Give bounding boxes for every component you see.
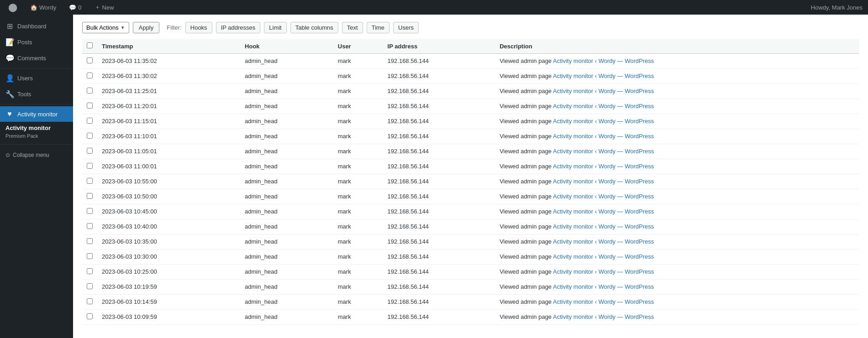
table-row: 2023-06-03 10:45:00 admin_head mark 192.… — [82, 204, 859, 219]
cell-timestamp: 2023-06-03 11:20:01 — [97, 99, 240, 114]
menu-separator-3 — [0, 144, 73, 145]
bulk-actions-dropdown[interactable]: Bulk Actions ▼ — [82, 22, 129, 33]
cell-ip: 192.168.56.144 — [383, 189, 495, 204]
row-checkbox[interactable] — [87, 208, 93, 214]
cell-ip: 192.168.56.144 — [383, 250, 495, 265]
sidebar-item-tools[interactable]: 🔧 Tools — [0, 86, 73, 102]
filter-label: Filter: — [167, 24, 182, 31]
description-link[interactable]: Activity monitor ‹ Wordy — WordPress — [553, 223, 654, 230]
description-link[interactable]: Activity monitor ‹ Wordy — WordPress — [553, 313, 654, 320]
cell-user: mark — [333, 69, 383, 84]
description-link[interactable]: Activity monitor ‹ Wordy — WordPress — [553, 283, 654, 290]
sidebar-item-dashboard[interactable]: ⊞ Dashboard — [0, 18, 73, 34]
cell-ip: 192.168.56.144 — [383, 99, 495, 114]
row-checkbox-cell — [82, 204, 97, 219]
row-checkbox-cell — [82, 295, 97, 310]
row-checkbox[interactable] — [87, 103, 93, 109]
cell-timestamp: 2023-06-03 10:19:59 — [97, 280, 240, 295]
cell-description: Viewed admin page Activity monitor ‹ Wor… — [495, 129, 859, 144]
filter-hooks[interactable]: Hooks — [185, 22, 212, 33]
row-checkbox[interactable] — [87, 283, 93, 289]
table-row: 2023-06-03 11:20:01 admin_head mark 192.… — [82, 99, 859, 114]
cell-ip: 192.168.56.144 — [383, 280, 495, 295]
cell-timestamp: 2023-06-03 11:25:01 — [97, 84, 240, 99]
cell-hook: admin_head — [240, 250, 333, 265]
site-name[interactable]: 🏠 Wordy — [27, 0, 59, 15]
row-checkbox[interactable] — [87, 223, 93, 229]
row-checkbox[interactable] — [87, 253, 93, 259]
filter-users[interactable]: Users — [393, 22, 419, 33]
row-checkbox[interactable] — [87, 313, 93, 319]
description-link[interactable]: Activity monitor ‹ Wordy — WordPress — [553, 103, 654, 109]
table-row: 2023-06-03 10:35:00 admin_head mark 192.… — [82, 234, 859, 250]
cell-user: mark — [333, 250, 383, 265]
cell-timestamp: 2023-06-03 11:15:01 — [97, 114, 240, 129]
filter-limit[interactable]: Limit — [264, 22, 286, 33]
cell-ip: 192.168.56.144 — [383, 159, 495, 174]
row-checkbox[interactable] — [87, 193, 93, 199]
cell-hook: admin_head — [240, 54, 333, 69]
tablenav-top: Bulk Actions ▼ Apply Filter: Hooks IP ad… — [82, 22, 859, 33]
description-link[interactable]: Activity monitor ‹ Wordy — WordPress — [553, 163, 654, 170]
table-row: 2023-06-03 11:35:02 admin_head mark 192.… — [82, 54, 859, 69]
description-link[interactable]: Activity monitor ‹ Wordy — WordPress — [553, 268, 654, 275]
description-link[interactable]: Activity monitor ‹ Wordy — WordPress — [553, 73, 654, 79]
comments-icon: 💬 — [5, 54, 14, 62]
cell-description: Viewed admin page Activity monitor ‹ Wor… — [495, 99, 859, 114]
description-link[interactable]: Activity monitor ‹ Wordy — WordPress — [553, 148, 654, 155]
row-checkbox[interactable] — [87, 73, 93, 78]
cell-hook: admin_head — [240, 129, 333, 144]
row-checkbox[interactable] — [87, 88, 93, 94]
cell-description: Viewed admin page Activity monitor ‹ Wor… — [495, 144, 859, 159]
row-checkbox[interactable] — [87, 268, 93, 274]
description-link[interactable]: Activity monitor ‹ Wordy — WordPress — [553, 208, 654, 215]
apply-button[interactable]: Apply — [133, 22, 160, 33]
row-checkbox[interactable] — [87, 298, 93, 304]
description-link[interactable]: Activity monitor ‹ Wordy — WordPress — [553, 118, 654, 125]
sidebar-item-users[interactable]: 👤 Users — [0, 70, 73, 86]
table-row: 2023-06-03 10:30:00 admin_head mark 192.… — [82, 250, 859, 265]
filter-ip-addresses[interactable]: IP addresses — [216, 22, 261, 33]
row-checkbox[interactable] — [87, 178, 93, 184]
wp-logo[interactable]: ⬤ — [5, 0, 20, 15]
row-checkbox[interactable] — [87, 118, 93, 124]
description-link[interactable]: Activity monitor ‹ Wordy — WordPress — [553, 298, 654, 305]
cell-ip: 192.168.56.144 — [383, 204, 495, 219]
sidebar-item-posts[interactable]: 📝 Posts — [0, 34, 73, 50]
cell-timestamp: 2023-06-03 10:40:00 — [97, 219, 240, 234]
sidebar: ⊞ Dashboard 📝 Posts 💬 Comments 👤 Users 🔧… — [0, 15, 73, 338]
description-link[interactable]: Activity monitor ‹ Wordy — WordPress — [553, 57, 654, 64]
filter-time[interactable]: Time — [367, 22, 389, 33]
row-checkbox[interactable] — [87, 57, 93, 63]
filter-text[interactable]: Text — [342, 22, 363, 33]
description-link[interactable]: Activity monitor ‹ Wordy — WordPress — [553, 178, 654, 185]
description-link[interactable]: Activity monitor ‹ Wordy — WordPress — [553, 193, 654, 200]
select-all-checkbox[interactable] — [87, 42, 93, 48]
cell-hook: admin_head — [240, 144, 333, 159]
table-row: 2023-06-03 10:14:59 admin_head mark 192.… — [82, 295, 859, 310]
row-checkbox-cell — [82, 69, 97, 84]
col-timestamp: Timestamp — [97, 39, 240, 54]
cell-description: Viewed admin page Activity monitor ‹ Wor… — [495, 219, 859, 234]
new-content[interactable]: ＋ New — [92, 0, 117, 15]
cell-description: Viewed admin page Activity monitor ‹ Wor… — [495, 295, 859, 310]
cell-user: mark — [333, 189, 383, 204]
sidebar-item-comments[interactable]: 💬 Comments — [0, 50, 73, 66]
description-link[interactable]: Activity monitor ‹ Wordy — WordPress — [553, 88, 654, 94]
cell-ip: 192.168.56.144 — [383, 295, 495, 310]
collapse-menu-button[interactable]: ⊙ Collapse menu — [0, 148, 73, 162]
row-checkbox[interactable] — [87, 148, 93, 154]
cell-ip: 192.168.56.144 — [383, 69, 495, 84]
cell-description: Viewed admin page Activity monitor ‹ Wor… — [495, 310, 859, 325]
sidebar-item-activity-monitor[interactable]: ♥ Activity monitor — [0, 106, 73, 122]
row-checkbox[interactable] — [87, 163, 93, 169]
filter-table-columns[interactable]: Table columns — [290, 22, 338, 33]
description-link[interactable]: Activity monitor ‹ Wordy — WordPress — [553, 253, 654, 260]
description-link[interactable]: Activity monitor ‹ Wordy — WordPress — [553, 133, 654, 140]
cell-description: Viewed admin page Activity monitor ‹ Wor… — [495, 159, 859, 174]
cell-hook: admin_head — [240, 265, 333, 280]
description-link[interactable]: Activity monitor ‹ Wordy — WordPress — [553, 238, 654, 245]
row-checkbox[interactable] — [87, 133, 93, 139]
comments-link[interactable]: 💬 0 — [66, 0, 84, 15]
row-checkbox[interactable] — [87, 238, 93, 244]
